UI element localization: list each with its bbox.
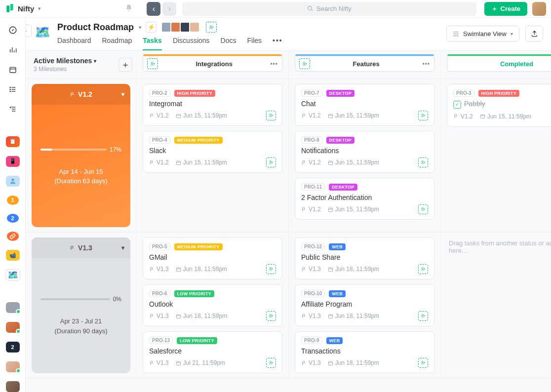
column-header-features[interactable]: Features•••	[295, 56, 434, 72]
task-card[interactable]: PRO-13LOW PRIORITYSalesforce V1.3 Jul 21…	[143, 331, 282, 373]
project-title[interactable]: Product Roadmap	[57, 22, 134, 33]
task-card[interactable]: PRO-10WEBAffiliate Program V1.3 Jun 18, …	[295, 284, 434, 326]
svg-rect-51	[176, 361, 180, 365]
svg-point-62	[422, 361, 423, 363]
svg-point-59	[422, 314, 423, 316]
task-title: Salesforce	[149, 347, 276, 355]
chevron-down-icon[interactable]: ▾	[121, 244, 124, 251]
expand-sidebar-icon[interactable]: ›	[26, 25, 32, 37]
chevron-down-icon[interactable]: ▾	[121, 91, 124, 98]
sidebar-badge-1[interactable]: 1	[7, 196, 19, 205]
sidebar-user-5[interactable]	[6, 381, 20, 392]
task-card[interactable]: PRO-9WEBTransactions V1.3 Jun 18, 11:59p…	[295, 331, 434, 373]
task-assign-button[interactable]	[418, 111, 428, 120]
current-user-avatar[interactable]	[532, 2, 546, 16]
task-tag: WEB	[329, 243, 346, 250]
milestones-header-title[interactable]: Active Milestones▾	[34, 57, 96, 65]
task-id: PRO-10	[301, 290, 325, 297]
task-card[interactable]: PRO-8DESKTOPNotifications V1.2 Jun 15, 1…	[295, 131, 434, 173]
nav-forward-button: ›	[162, 2, 176, 16]
sidebar-user-3[interactable]: 2	[6, 342, 20, 353]
tab-tasks[interactable]: Tasks	[143, 37, 162, 50]
milestone-card-v12[interactable]: V1.2▾17%Apr 14 - Jun 15(Duration 63 days…	[32, 84, 130, 227]
sidebar-badge-2[interactable]: 2	[7, 214, 19, 223]
svg-rect-60	[328, 361, 332, 365]
svg-point-18	[458, 32, 458, 32]
milestone-card-v13[interactable]: V1.3▾0%Apr 23 - Jul 21(Duration 90 days)	[32, 237, 130, 373]
sidebar-user-4[interactable]	[6, 361, 20, 372]
add-milestone-button[interactable]: ＋	[118, 58, 132, 72]
sidebar-project-3[interactable]	[6, 176, 20, 187]
column-header-completed[interactable]: Completed	[447, 56, 551, 72]
app-name[interactable]: Nifty	[18, 4, 34, 13]
sidebar-project-2[interactable]: 📱	[6, 156, 20, 167]
task-card[interactable]: PRO-6LOW PRIORITYOutlook V1.3 Jun 18, 11…	[143, 284, 282, 326]
task-assign-button[interactable]	[266, 111, 276, 120]
assign-column-icon[interactable]	[147, 58, 158, 69]
task-card[interactable]: PRO-11DESKTOP2 Factor Authentication V1.…	[295, 178, 434, 220]
task-card[interactable]: PRO-3HIGH PRIORITY✓Pabbly V1.2 Jun 15, 1…	[447, 84, 551, 127]
task-card[interactable]: PRO-2HIGH PRIORITYIntegromat V1.2 Jun 15…	[143, 84, 282, 126]
tab-docs[interactable]: Docs	[221, 37, 236, 50]
task-card[interactable]: PRO-4MEDIUM PRIORITYSlack V1.2 Jun 15, 1…	[143, 131, 282, 173]
task-card[interactable]: PRO-12WEBPublic Share V1.3 Jun 18, 11:59…	[295, 237, 434, 279]
task-assign-button[interactable]	[418, 358, 428, 368]
search-input[interactable]: Search Nifty	[182, 2, 476, 16]
project-chevron-icon[interactable]: ▾	[139, 24, 142, 31]
sidebar-badge-link[interactable]	[7, 232, 19, 241]
sidebar-user-2[interactable]	[6, 322, 20, 333]
task-assign-button[interactable]	[266, 358, 276, 368]
column-header-integrations[interactable]: Integrations•••	[143, 56, 282, 72]
add-member-button[interactable]	[206, 22, 217, 33]
svg-rect-39	[328, 208, 332, 211]
task-assign-button[interactable]	[418, 311, 428, 321]
sidebar-analytics-icon[interactable]	[6, 44, 20, 55]
svg-point-24	[458, 35, 458, 36]
sidebar-list-icon[interactable]	[6, 84, 20, 95]
sidebar-user-1[interactable]	[6, 302, 20, 313]
svg-point-14	[11, 178, 14, 181]
sidebar-tasks-icon[interactable]	[6, 104, 20, 115]
sidebar-project-1[interactable]: 📋	[6, 136, 20, 147]
tab-more[interactable]: •••	[273, 37, 283, 50]
task-assign-button[interactable]	[266, 311, 276, 321]
svg-rect-57	[328, 314, 332, 318]
tab-roadmap[interactable]: Roadmap	[102, 37, 132, 50]
task-card[interactable]: PRO-5MEDIUM PRIORITYGMail V1.3 Jun 18, 1…	[143, 237, 282, 279]
tab-files[interactable]: Files	[247, 37, 262, 50]
svg-rect-3	[10, 67, 16, 73]
sidebar-calendar-icon[interactable]	[6, 64, 20, 75]
project-members[interactable]	[162, 22, 200, 33]
task-assign-button[interactable]	[418, 157, 428, 167]
task-id: PRO-7	[301, 89, 322, 97]
task-title: Notifications	[301, 147, 428, 155]
automation-icon[interactable]: ⚡	[146, 22, 157, 33]
task-due: Jun 15, 11:59pm	[328, 206, 379, 213]
column-more-icon[interactable]: •••	[422, 60, 430, 67]
nav-back-button[interactable]: ‹	[147, 2, 160, 16]
sidebar-compass-icon[interactable]	[6, 25, 20, 36]
svg-line-1	[311, 9, 313, 11]
plus-icon: ＋	[491, 4, 498, 13]
tab-discussions[interactable]: Discussions	[173, 37, 210, 50]
view-selector[interactable]: Swimlane View ▾	[446, 26, 519, 41]
notifications-bell-icon[interactable]	[125, 4, 133, 14]
svg-point-50	[270, 314, 271, 316]
create-button[interactable]: ＋ Create	[484, 2, 527, 16]
task-assign-button[interactable]	[266, 264, 276, 274]
sidebar-project-camera[interactable]: 📹	[6, 250, 20, 261]
assign-column-icon[interactable]	[299, 58, 310, 69]
task-id: PRO-13	[149, 337, 173, 344]
task-title: Integromat	[149, 100, 276, 108]
sidebar-project-roadmap[interactable]: 🗺️	[6, 270, 20, 280]
svg-point-22	[454, 35, 454, 36]
task-assign-button[interactable]	[418, 264, 428, 274]
task-assign-button[interactable]	[418, 204, 428, 214]
workspace-chevron-icon[interactable]: ▾	[38, 5, 41, 12]
task-id: PRO-8	[301, 136, 322, 144]
task-assign-button[interactable]	[266, 157, 276, 167]
column-more-icon[interactable]: •••	[270, 60, 278, 67]
task-card[interactable]: PRO-7DESKTOPChat V1.2 Jun 15, 11:59pm	[295, 84, 434, 126]
share-button[interactable]	[525, 26, 543, 41]
tab-dashboard[interactable]: Dashboard	[57, 37, 91, 50]
